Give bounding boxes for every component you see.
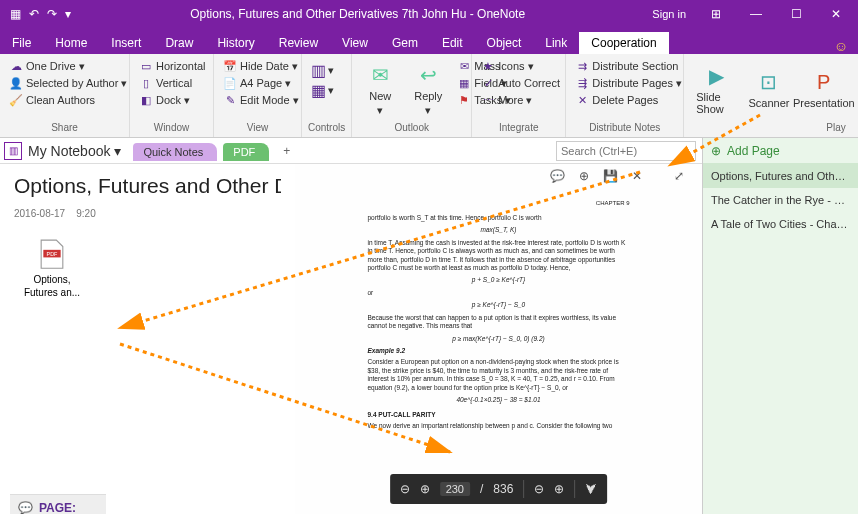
more-button[interactable]: ⋯More ▾ bbox=[478, 92, 563, 108]
selected-by-author-button[interactable]: 👤Selected by Author ▾ bbox=[6, 75, 130, 91]
pencil-icon: ✎ bbox=[223, 93, 237, 107]
flag-icon: ⚑ bbox=[457, 93, 471, 107]
slideshow-icon: ▶ bbox=[704, 63, 730, 89]
viewer-close-icon[interactable]: ✕ bbox=[632, 169, 642, 183]
group-outlook-label: Outlook bbox=[358, 122, 465, 135]
menu-review[interactable]: Review bbox=[267, 32, 330, 54]
auto-correct-button[interactable]: ✓Auto Correct bbox=[478, 75, 563, 91]
search-input[interactable] bbox=[556, 141, 696, 161]
dots-icon: ⋯ bbox=[481, 93, 495, 107]
group-share-label: Share bbox=[6, 122, 123, 135]
pdf-viewer: 💬 ⊕ 💾 ✕ ⤢ CHAPTER 9 portfolio is worth S… bbox=[295, 164, 702, 514]
section-tab-quicknotes[interactable]: Quick Notes bbox=[133, 143, 217, 161]
hide-date-button[interactable]: 📅Hide Date ▾ bbox=[220, 58, 302, 74]
menu-insert[interactable]: Insert bbox=[99, 32, 153, 54]
page-up-icon[interactable]: ⊖ bbox=[400, 482, 410, 496]
menu-cooperation[interactable]: Cooperation bbox=[579, 32, 668, 54]
dist-pages-icon: ⇶ bbox=[575, 76, 589, 90]
dock-icon: ◧ bbox=[139, 93, 153, 107]
one-drive-button[interactable]: ☁One Drive ▾ bbox=[6, 58, 130, 74]
field-icon: ▦ bbox=[457, 76, 471, 90]
menu-link[interactable]: Link bbox=[533, 32, 579, 54]
notebook-icon[interactable]: ▥ bbox=[4, 142, 22, 160]
pdf-toolbar: ⊖ ⊕ 230 / 836 ⊖ ⊕ ⮟ bbox=[390, 474, 608, 504]
page-down-icon[interactable]: ⊕ bbox=[420, 482, 430, 496]
viewer-expand-icon[interactable]: ⤢ bbox=[674, 169, 684, 183]
scanner-button[interactable]: ⊡Scanner bbox=[747, 56, 791, 122]
sign-in-link[interactable]: Sign in bbox=[644, 8, 694, 20]
page-indicator[interactable]: 💬PAGE: 230 bbox=[10, 494, 106, 514]
menu-bar: File Home Insert Draw History Review Vie… bbox=[0, 28, 858, 54]
viewer-add-icon[interactable]: ⊕ bbox=[579, 169, 589, 183]
dist-section-icon: ⇉ bbox=[575, 59, 589, 73]
vertical-button[interactable]: ▯Vertical bbox=[136, 75, 209, 91]
section-tab-pdf[interactable]: PDF bbox=[223, 143, 269, 161]
controls-cell-button[interactable]: ▦▾ bbox=[308, 82, 337, 98]
plus-icon: ⊕ bbox=[711, 144, 721, 158]
notebook-name[interactable]: My Notebook ▾ bbox=[28, 143, 121, 159]
new-mail-button[interactable]: ✉New▾ bbox=[358, 56, 402, 122]
pdf-page-content[interactable]: CHAPTER 9 portfolio is worth S_T at this… bbox=[354, 192, 644, 498]
icons-icon: ★ bbox=[481, 59, 495, 73]
horizontal-button[interactable]: ▭Horizontal bbox=[136, 58, 209, 74]
scanner-icon: ⊡ bbox=[756, 69, 782, 95]
mail-icon: ✉ bbox=[367, 62, 393, 88]
viewer-comment-icon[interactable]: 💬 bbox=[550, 169, 565, 183]
menu-file[interactable]: File bbox=[0, 32, 43, 54]
sidebar-page-item[interactable]: A Tale of Two Cities - Charles Dic bbox=[703, 212, 858, 236]
clean-authors-button[interactable]: 🧹Clean Authors bbox=[6, 92, 130, 108]
group-distribute-label: Distribute Notes bbox=[572, 122, 677, 135]
onenote-logo-icon: ▦ bbox=[10, 7, 21, 21]
redo-icon[interactable]: ↷ bbox=[47, 7, 57, 21]
page-current[interactable]: 230 bbox=[440, 482, 470, 496]
attachment-label: Options, Futures an... bbox=[24, 274, 80, 298]
distribute-pages-button[interactable]: ⇶Distribute Pages ▾ bbox=[572, 75, 685, 91]
presentation-button[interactable]: PPresentation bbox=[795, 56, 853, 122]
menu-gem[interactable]: Gem bbox=[380, 32, 430, 54]
close-button[interactable]: ✕ bbox=[818, 7, 854, 21]
icons-button[interactable]: ★Icons ▾ bbox=[478, 58, 563, 74]
page-title[interactable]: Options, Futures and Other Derivative bbox=[14, 174, 281, 198]
minimize-button[interactable]: — bbox=[738, 7, 774, 21]
undo-icon[interactable]: ↶ bbox=[29, 7, 39, 21]
maximize-button[interactable]: ☐ bbox=[778, 7, 814, 21]
pdf-attachment[interactable]: PDF Options, Futures an... bbox=[22, 239, 82, 299]
calendar-icon: 📅 bbox=[223, 59, 237, 73]
sidebar-page-item[interactable]: Options, Futures and Other Deriva bbox=[703, 164, 858, 188]
menu-object[interactable]: Object bbox=[475, 32, 534, 54]
adobe-icon[interactable]: ⮟ bbox=[585, 482, 597, 496]
reply-mail-button[interactable]: ↩Reply▾ bbox=[406, 56, 450, 122]
sidebar-page-item[interactable]: The Catcher in the Rye - J.D. Salin bbox=[703, 188, 858, 212]
slide-show-button[interactable]: ▶Slide Show bbox=[690, 56, 743, 122]
clean-icon: 🧹 bbox=[9, 93, 23, 107]
delete-pages-button[interactable]: ✕Delete Pages bbox=[572, 92, 685, 108]
controls-pane-button[interactable]: ▥▾ bbox=[308, 62, 337, 78]
add-page-button[interactable]: ⊕Add Page bbox=[703, 138, 858, 164]
ribbon: ☁One Drive ▾ 👤Selected by Author ▾ 🧹Clea… bbox=[0, 54, 858, 138]
dock-button[interactable]: ◧Dock ▾ bbox=[136, 92, 209, 108]
page-icon: 📄 bbox=[223, 76, 237, 90]
toolbar-sep bbox=[523, 480, 524, 498]
add-section-button[interactable]: + bbox=[275, 141, 298, 161]
ribbon-options-icon[interactable]: ⊞ bbox=[698, 7, 734, 21]
menu-history[interactable]: History bbox=[205, 32, 266, 54]
distribute-section-button[interactable]: ⇉Distribute Section bbox=[572, 58, 685, 74]
smiley-icon[interactable]: ☺ bbox=[824, 38, 858, 54]
group-view-label: View bbox=[220, 122, 295, 135]
horizontal-icon: ▭ bbox=[139, 59, 153, 73]
vertical-icon: ▯ bbox=[139, 76, 153, 90]
group-window-label: Window bbox=[136, 122, 207, 135]
edit-mode-button[interactable]: ✎Edit Mode ▾ bbox=[220, 92, 302, 108]
menu-edit[interactable]: Edit bbox=[430, 32, 475, 54]
delete-icon: ✕ bbox=[575, 93, 589, 107]
user-icon: 👤 bbox=[9, 76, 23, 90]
a4-page-button[interactable]: 📄A4 Page ▾ bbox=[220, 75, 302, 91]
zoom-in-icon[interactable]: ⊕ bbox=[554, 482, 564, 496]
window-title: Options, Futures and Other Derivatives 7… bbox=[71, 7, 644, 21]
menu-draw[interactable]: Draw bbox=[153, 32, 205, 54]
menu-home[interactable]: Home bbox=[43, 32, 99, 54]
zoom-out-icon[interactable]: ⊖ bbox=[534, 482, 544, 496]
menu-view[interactable]: View bbox=[330, 32, 380, 54]
viewer-save-icon[interactable]: 💾 bbox=[603, 169, 618, 183]
toolbar-sep2 bbox=[574, 480, 575, 498]
